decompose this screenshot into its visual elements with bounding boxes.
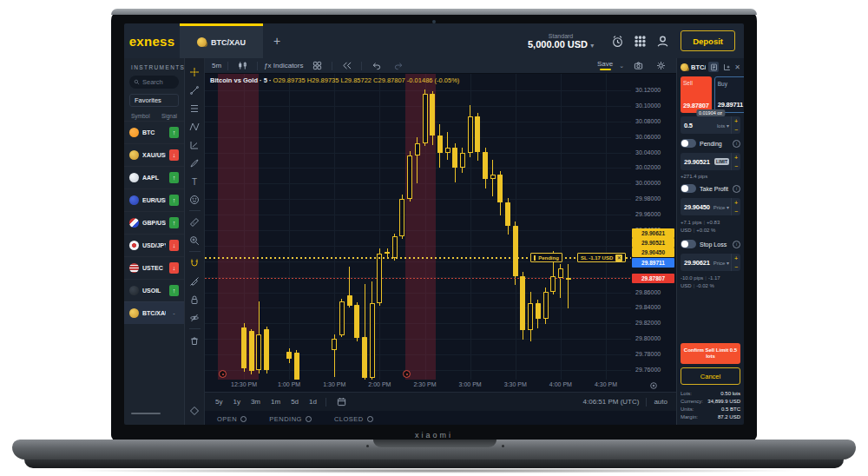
stop-loss-input[interactable]: 29.90621 Price ▾ +−	[681, 254, 740, 271]
buy-button[interactable]: Buy 29.89711	[714, 76, 744, 113]
range-button-1d[interactable]: 1d	[307, 397, 319, 407]
account-selector[interactable]: Standard 5,000.00 USD ▾	[528, 23, 594, 58]
deposit-button[interactable]: Deposit	[681, 30, 735, 51]
magnet-icon[interactable]	[187, 254, 203, 272]
range-button-5y[interactable]: 5y	[214, 397, 224, 407]
chart-plot-area[interactable]: Bitcoin vs Gold · 5 · O29.89735 H29.8973…	[205, 74, 631, 380]
pending-toggle[interactable]	[681, 139, 696, 148]
plus-icon[interactable]: +	[732, 254, 740, 262]
trend-line-icon[interactable]	[187, 81, 203, 99]
camera-icon[interactable]	[630, 56, 647, 75]
positions-tab-open[interactable]: OPEN	[217, 413, 247, 425]
instrument-row-btc[interactable]: BTC↑	[124, 121, 184, 143]
xabcd-pattern-icon[interactable]	[187, 117, 203, 136]
candle-body	[452, 148, 457, 168]
instrument-row-aapl[interactable]: AAPL↑	[124, 166, 184, 188]
cancel-button[interactable]: Cancel	[681, 367, 740, 385]
brush-icon[interactable]	[187, 154, 203, 172]
axis-settings-icon[interactable]	[631, 380, 676, 392]
redo-icon[interactable]	[391, 56, 407, 75]
tab-btc-xau[interactable]: BTC/XAU	[180, 23, 263, 58]
text-icon[interactable]: T	[187, 172, 203, 190]
emoji-icon[interactable]	[187, 190, 203, 208]
candle-body	[505, 202, 510, 226]
search-input[interactable]	[142, 78, 174, 86]
take-profit-input[interactable]: 29.90450 Price ▾ +−	[681, 198, 740, 215]
measure-icon[interactable]	[187, 213, 203, 231]
confirm-order-button[interactable]: Confirm Sell Limit 0.5 lots	[681, 343, 740, 364]
range-button-3m[interactable]: 3m	[249, 397, 262, 407]
price-axis[interactable]: 30.1200030.1000030.0800030.0600030.04000…	[631, 74, 676, 380]
rewind-icon[interactable]	[339, 56, 355, 75]
timezone-auto-button[interactable]: auto	[654, 398, 667, 406]
candle-body	[520, 276, 525, 331]
hide-icon[interactable]	[187, 308, 203, 327]
candle-style-icon[interactable]	[234, 56, 251, 75]
instrument-row-eur-usd[interactable]: EUR/USD↑	[124, 188, 184, 211]
minus-icon[interactable]: −	[732, 207, 740, 215]
save-button[interactable]: Save	[597, 61, 613, 70]
alarm-icon[interactable]	[606, 23, 628, 58]
candle-body	[385, 252, 390, 254]
close-icon[interactable]: ✕	[615, 255, 622, 261]
summary-label: Currency:	[681, 398, 703, 406]
sell-button[interactable]: Sell 29.87807	[681, 76, 712, 113]
profile-icon[interactable]	[651, 23, 674, 58]
candle-body	[558, 268, 563, 279]
info-icon[interactable]	[733, 185, 740, 193]
candle-wick	[447, 132, 448, 160]
chevron-down-icon[interactable]: ⌄	[619, 63, 624, 69]
range-button-1y[interactable]: 1y	[231, 397, 241, 407]
volume-input[interactable]: 0.5 lots ▾ +−	[681, 116, 740, 134]
minus-icon[interactable]: −	[732, 125, 740, 134]
drawing-off-icon[interactable]	[187, 272, 203, 290]
interval-button[interactable]: 5m	[212, 62, 221, 69]
signal-badge-up: ↑	[169, 195, 179, 206]
apps-grid-icon[interactable]	[628, 23, 651, 58]
search-box[interactable]	[129, 76, 179, 89]
indicators-button[interactable]: ƒx Indicators	[264, 62, 303, 69]
settings-gear-icon[interactable]	[653, 56, 669, 75]
time-axis[interactable]: 12:30 PM1:00 PM1:30 PM2:00 PM2:30 PM3:00…	[205, 380, 631, 392]
favorites-selector[interactable]: Favorites	[129, 94, 179, 107]
top-bar: exness BTC/XAU + Standard 5,000.00 USD ▾…	[124, 23, 744, 58]
positions-tab-pending[interactable]: PENDING	[269, 413, 312, 425]
diamond-icon[interactable]	[187, 401, 203, 420]
info-icon[interactable]	[733, 140, 740, 148]
range-button-5d[interactable]: 5d	[289, 397, 300, 407]
plus-icon[interactable]: +	[732, 198, 740, 207]
legend-change: -0.01486 (-0.05%)	[407, 76, 459, 84]
plus-icon[interactable]: +	[732, 116, 740, 125]
layout-grid-icon[interactable]	[309, 56, 326, 75]
stop-loss-toggle[interactable]	[681, 240, 696, 248]
projection-icon[interactable]	[187, 136, 203, 154]
undo-icon[interactable]	[368, 56, 385, 75]
instrument-row-usoil[interactable]: USOIL↑	[124, 279, 184, 301]
instrument-coin-icon	[681, 63, 688, 71]
zoom-in-icon[interactable]	[187, 231, 203, 249]
close-icon[interactable]: ✕	[734, 63, 740, 71]
trash-icon[interactable]	[187, 331, 203, 349]
info-icon[interactable]	[733, 241, 740, 248]
lock-icon[interactable]	[187, 290, 203, 308]
new-tab-button[interactable]: +	[263, 23, 291, 58]
plus-icon[interactable]: +	[732, 153, 740, 162]
minus-icon[interactable]: −	[732, 162, 740, 170]
minus-icon[interactable]: −	[732, 262, 740, 271]
crosshair-icon[interactable]	[187, 63, 203, 81]
limit-price-input[interactable]: 29.90521 LIMIT +−	[681, 153, 740, 170]
instrument-row-gbp-usd[interactable]: GBP/USD↑	[124, 211, 184, 234]
range-button-1m[interactable]: 1m	[269, 397, 282, 407]
take-profit-toggle[interactable]	[681, 184, 696, 193]
order-form-icon[interactable]	[708, 62, 719, 72]
instrument-row-usd-jpy[interactable]: USD/JPY↓	[124, 234, 184, 256]
new-order-icon[interactable]	[721, 62, 732, 72]
instrument-row-ustec[interactable]: USTEC↓	[124, 256, 184, 279]
calendar-icon[interactable]	[333, 393, 350, 411]
candle-body	[392, 236, 398, 258]
instrument-row-btc-xau[interactable]: BTC/XAU-	[124, 301, 184, 324]
instrument-row-xau-usd[interactable]: XAU/USD↓	[124, 143, 184, 166]
positions-tab-closed[interactable]: CLOSED	[334, 413, 373, 425]
fib-retracement-icon[interactable]	[187, 99, 203, 117]
sidebar-resize-handle[interactable]	[131, 413, 161, 414]
